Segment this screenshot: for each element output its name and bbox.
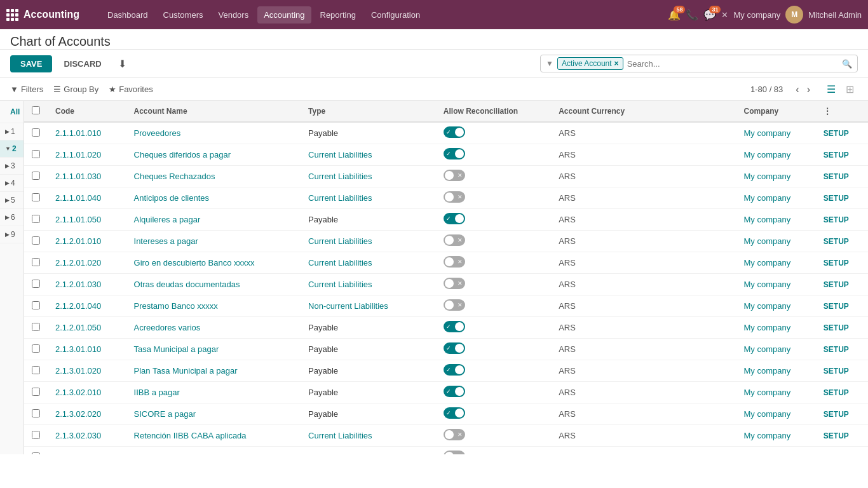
setup-button[interactable]: SETUP	[824, 388, 849, 397]
name-cell[interactable]: Giro en descubierto Banco xxxxx	[126, 252, 301, 274]
name-cell[interactable]: Acreedores varios	[126, 317, 301, 339]
company-cell[interactable]: My company	[736, 360, 816, 382]
reconciliation-cell[interactable]: ✕	[436, 187, 551, 209]
messages-badge[interactable]: 💬 31	[703, 9, 716, 21]
reconciliation-toggle[interactable]: ✓	[444, 407, 465, 419]
row-checkbox[interactable]	[32, 193, 40, 201]
sidebar-item-1[interactable]: ▶ 1	[0, 123, 24, 140]
type-cell[interactable]: Current Liabilities	[301, 447, 436, 455]
setup-button[interactable]: SETUP	[824, 280, 849, 289]
reconciliation-toggle[interactable]: ✕	[444, 299, 465, 311]
name-cell[interactable]: Percepción IIBB CABA aplicada	[126, 447, 301, 455]
code-cell[interactable]: 2.1.1.01.020	[48, 144, 126, 166]
code-cell[interactable]: 2.1.3.01.020	[48, 360, 126, 382]
name-cell[interactable]: Prestamo Banco xxxxx	[126, 295, 301, 317]
setup-cell[interactable]: SETUP	[816, 360, 868, 382]
favorites-button[interactable]: ★ Favorites	[109, 85, 153, 94]
row-checkbox[interactable]	[32, 431, 40, 439]
company-cell[interactable]: My company	[736, 403, 816, 425]
filters-button[interactable]: ▼ Filters	[10, 85, 43, 94]
row-checkbox-cell[interactable]	[24, 339, 48, 360]
next-page-button[interactable]: ›	[804, 83, 813, 97]
app-logo[interactable]: Accounting	[6, 9, 92, 21]
code-cell[interactable]: 2.1.2.01.040	[48, 295, 126, 317]
code-cell[interactable]: 2.1.1.01.040	[48, 187, 126, 209]
remove-filter-button[interactable]: ×	[614, 59, 619, 68]
reconciliation-toggle[interactable]: ✓	[444, 321, 465, 332]
reconciliation-toggle[interactable]: ✓	[444, 364, 465, 376]
type-cell[interactable]: Current Liabilities	[301, 166, 436, 187]
prev-page-button[interactable]: ‹	[793, 83, 801, 97]
name-cell[interactable]: Cheques diferidos a pagar	[126, 144, 301, 166]
setup-button[interactable]: SETUP	[824, 323, 849, 332]
reconciliation-cell[interactable]: ✓	[436, 339, 551, 360]
reconciliation-cell[interactable]: ✓	[436, 360, 551, 382]
code-cell[interactable]: 2.1.1.01.030	[48, 166, 126, 187]
company-cell[interactable]: My company	[736, 166, 816, 187]
reconciliation-cell[interactable]: ✓	[436, 122, 551, 144]
setup-cell[interactable]: SETUP	[816, 231, 868, 252]
row-checkbox-cell[interactable]	[24, 187, 48, 209]
company-cell[interactable]: My company	[736, 274, 816, 295]
company-cell[interactable]: My company	[736, 425, 816, 447]
row-checkbox[interactable]	[32, 409, 40, 417]
reconciliation-toggle[interactable]: ✕	[444, 191, 465, 203]
type-cell[interactable]: Current Liabilities	[301, 425, 436, 447]
row-checkbox-cell[interactable]	[24, 122, 48, 144]
setup-button[interactable]: SETUP	[824, 410, 849, 419]
name-cell[interactable]: Retención IIBB CABA aplicada	[126, 425, 301, 447]
row-checkbox-cell[interactable]	[24, 166, 48, 187]
reconciliation-cell[interactable]: ✓	[436, 317, 551, 339]
company-cell[interactable]: My company	[736, 122, 816, 144]
setup-cell[interactable]: SETUP	[816, 295, 868, 317]
company-cell[interactable]: My company	[736, 187, 816, 209]
code-cell[interactable]: 2.1.3.02.010	[48, 382, 126, 403]
setup-cell[interactable]: SETUP	[816, 252, 868, 274]
row-checkbox-cell[interactable]	[24, 231, 48, 252]
row-checkbox-cell[interactable]	[24, 382, 48, 403]
row-checkbox[interactable]	[32, 215, 40, 223]
setup-cell[interactable]: SETUP	[816, 144, 868, 166]
company-cell[interactable]: My company	[736, 252, 816, 274]
row-checkbox[interactable]	[32, 388, 40, 396]
row-checkbox-cell[interactable]	[24, 274, 48, 295]
select-all-header[interactable]	[24, 101, 48, 122]
company-cell[interactable]: My company	[736, 339, 816, 360]
setup-cell[interactable]: SETUP	[816, 122, 868, 144]
nav-accounting[interactable]: Accounting	[257, 6, 311, 24]
row-checkbox-cell[interactable]	[24, 360, 48, 382]
setup-button[interactable]: SETUP	[824, 259, 849, 268]
nav-dashboard[interactable]: Dashboard	[101, 6, 154, 24]
setup-cell[interactable]: SETUP	[816, 403, 868, 425]
sidebar-item-3[interactable]: ▶ 3	[0, 158, 24, 175]
reconciliation-cell[interactable]: ✓	[436, 144, 551, 166]
type-cell[interactable]: Current Liabilities	[301, 144, 436, 166]
company-cell[interactable]: My company	[736, 144, 816, 166]
setup-cell[interactable]: SETUP	[816, 425, 868, 447]
avatar[interactable]: M	[785, 6, 803, 24]
nav-customers[interactable]: Customers	[157, 6, 210, 24]
setup-cell[interactable]: SETUP	[816, 382, 868, 403]
discard-button[interactable]: DISCARD	[57, 55, 107, 72]
row-checkbox[interactable]	[32, 172, 40, 180]
type-cell[interactable]: Current Liabilities	[301, 231, 436, 252]
reconciliation-cell[interactable]: ✓	[436, 209, 551, 231]
sidebar-item-4[interactable]: ▶ 4	[0, 175, 24, 192]
row-checkbox-cell[interactable]	[24, 295, 48, 317]
company-cell[interactable]: My company	[736, 295, 816, 317]
download-button[interactable]: ⬇	[113, 55, 132, 72]
row-checkbox-cell[interactable]	[24, 209, 48, 231]
nav-configuration[interactable]: Configuration	[365, 6, 426, 24]
setup-cell[interactable]: SETUP	[816, 317, 868, 339]
row-checkbox-cell[interactable]	[24, 317, 48, 339]
setup-button[interactable]: SETUP	[824, 302, 849, 311]
name-cell[interactable]: Otras deudas documentadas	[126, 274, 301, 295]
setup-cell[interactable]: SETUP	[816, 187, 868, 209]
notifications-badge[interactable]: 🔔 58	[668, 9, 681, 21]
select-all-checkbox[interactable]	[32, 106, 40, 114]
sidebar-item-2[interactable]: ▼ 2	[0, 140, 24, 158]
company-name[interactable]: My company	[733, 10, 780, 20]
close-icon[interactable]: ✕	[721, 10, 728, 20]
row-checkbox-cell[interactable]	[24, 252, 48, 274]
reconciliation-toggle[interactable]: ✕	[444, 256, 465, 268]
